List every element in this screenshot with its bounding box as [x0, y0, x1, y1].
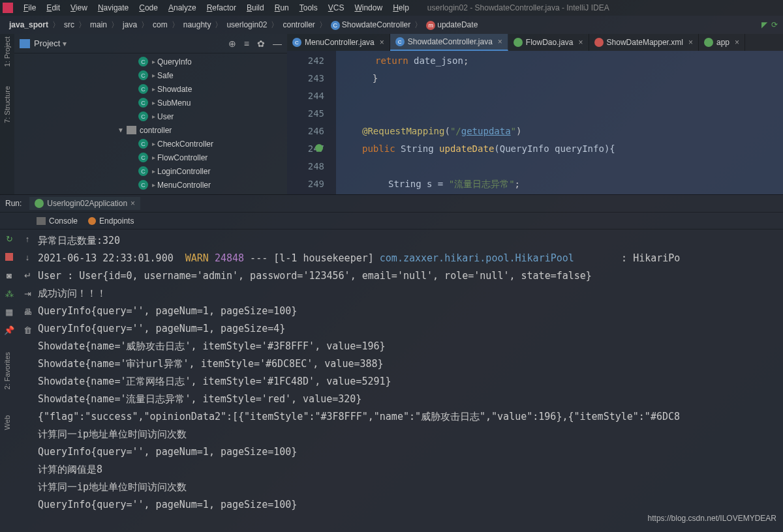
console-line: Showdate{name='威胁攻击日志', itemStyle='#3F8F…	[38, 338, 782, 355]
menu-view[interactable]: View	[65, 2, 93, 14]
spring-icon	[35, 199, 44, 208]
menu-navigate[interactable]: Navigate	[93, 2, 134, 14]
crumb-main[interactable]: main	[86, 19, 111, 31]
tree-class-Safe[interactable]: C▸Safe	[14, 68, 287, 82]
tree-class-LoginController[interactable]: C▸LoginController	[14, 164, 287, 178]
line-243[interactable]: 243	[287, 70, 324, 87]
trash-icon[interactable]: 🗑	[22, 325, 33, 335]
tab-ShowDateMapper.xml[interactable]: ShowDateMapper.xml×	[589, 34, 699, 51]
menu-edit[interactable]: Edit	[41, 2, 65, 14]
down-icon[interactable]: ↓	[22, 252, 33, 262]
run-panel: Run: Userlogin02Application × Console En…	[0, 194, 783, 532]
project-label[interactable]: Project	[34, 38, 60, 48]
wrap-icon[interactable]: ↵	[22, 270, 33, 280]
line-gutter: 242243244245246247248249	[287, 51, 336, 194]
console-line: 2021-06-13 22:33:01.900 WARN 24848 --- […	[38, 250, 782, 267]
tree-class-User[interactable]: C▸User	[14, 110, 287, 123]
crumb-src[interactable]: src	[60, 19, 78, 31]
tree-class-SubMenu[interactable]: C▸SubMenu	[14, 96, 287, 110]
endpoints-icon	[88, 217, 96, 225]
tool-structure[interactable]: 7: Structure	[3, 86, 11, 123]
menu-code[interactable]: Code	[134, 2, 163, 14]
tree-folder-controller[interactable]: ▼controller	[14, 123, 287, 137]
crumb-userlogin02[interactable]: userlogin02	[223, 19, 271, 31]
gutter-mark-icon	[315, 144, 323, 152]
tree-class-Showdate[interactable]: C▸Showdate	[14, 82, 287, 96]
bug-icon[interactable]: ⁂	[4, 288, 14, 299]
menu-tools[interactable]: Tools	[294, 2, 323, 14]
line-245[interactable]: 245	[287, 105, 324, 123]
run-config-tab[interactable]: Userlogin02Application ×	[29, 197, 140, 210]
locate-icon[interactable]: ⊕	[228, 38, 236, 49]
line-246[interactable]: 246	[287, 123, 324, 140]
menu-window[interactable]: Window	[349, 2, 388, 14]
tree-class-MenuController[interactable]: C▸MenuController	[14, 178, 287, 192]
console-line: QueryInfo{query='', pageNum=1, pageSize=…	[38, 496, 782, 514]
stop-icon[interactable]	[4, 252, 14, 262]
crumb-java[interactable]: java	[119, 19, 141, 31]
watermark: https://blog.csdn.net/ILOVEMYDEAR	[648, 514, 776, 523]
menu-help[interactable]: Help	[388, 2, 414, 14]
console-line: {"flag":"success","opinionData2":[{"item…	[38, 408, 782, 426]
camera-icon[interactable]: ◙	[4, 270, 14, 280]
menu-file[interactable]: File	[18, 2, 41, 14]
tab-console[interactable]: Console	[37, 216, 78, 226]
tool-project[interactable]: 1: Project	[3, 37, 11, 66]
collapse-icon[interactable]: —	[273, 38, 282, 49]
tab-MenuController.java[interactable]: CMenuController.java×	[287, 34, 390, 51]
line-247[interactable]: 247	[287, 140, 324, 158]
scroll-icon[interactable]: ⇥	[22, 288, 33, 299]
code-content[interactable]: return date_json; } @RequestMapping("/ge…	[336, 51, 783, 194]
tree-class-CheckController[interactable]: C▸CheckController	[14, 137, 287, 151]
menu-run[interactable]: Run	[269, 2, 294, 14]
console-line: User : User{id=0, username='admin', pass…	[38, 267, 782, 285]
layout-icon[interactable]: ▦	[4, 306, 14, 317]
line-249[interactable]: 249	[287, 175, 324, 193]
rerun-icon[interactable]: ↻	[4, 233, 14, 244]
window-title: userlogin02 - ShowdateController.java - …	[427, 3, 609, 12]
console-line: 成功访问！！！	[38, 285, 782, 303]
pin-icon[interactable]: 📌	[4, 325, 14, 335]
crumb-java_sport[interactable]: java_sport	[5, 19, 52, 31]
crumb-com[interactable]: com	[149, 19, 172, 31]
run-app-name: Userlogin02Application	[47, 199, 127, 208]
expand-icon[interactable]: ≡	[244, 38, 249, 49]
left-tool-strip: 1: Project 7: Structure	[0, 34, 14, 194]
run-label: Run:	[5, 199, 22, 208]
close-icon[interactable]: ×	[130, 199, 135, 208]
console-line: Showdate{name='正常网络日志', itemStyle='#1FC4…	[38, 373, 782, 391]
menu-refactor[interactable]: Refactor	[202, 2, 241, 14]
console-line: QueryInfo{query='', pageNum=1, pageSize=…	[38, 443, 782, 461]
tool-favorites[interactable]: 2: Favorites	[3, 352, 11, 389]
code-area[interactable]: 242243244245246247248249 return date_jso…	[287, 51, 783, 194]
tab-app[interactable]: app×	[699, 34, 745, 51]
run-sub-tabs: Console Endpoints	[0, 213, 783, 229]
crumb-ShowdateController[interactable]: CShowdateController	[327, 19, 414, 31]
toolbar-extra-icon[interactable]: ⟳	[771, 20, 778, 29]
line-248[interactable]: 248	[287, 158, 324, 175]
console-line: QueryInfo{query='', pageNum=1, pageSize=…	[38, 320, 782, 338]
crumb-controller[interactable]: controller	[279, 19, 318, 31]
tool-web[interactable]: Web	[3, 415, 11, 430]
run-header: Run: Userlogin02Application ×	[0, 194, 783, 213]
crumb-naughty[interactable]: naughty	[179, 19, 215, 31]
tab-FlowDao.java[interactable]: FlowDao.java×	[508, 34, 589, 51]
crumb-updateDate[interactable]: mupdateDate	[422, 19, 482, 31]
menu-analyze[interactable]: Analyze	[163, 2, 202, 14]
line-242[interactable]: 242	[287, 52, 324, 70]
chevron-down-icon[interactable]: ▾	[63, 39, 67, 48]
project-icon	[20, 39, 30, 48]
up-icon[interactable]: ↑	[22, 233, 33, 244]
run-icon[interactable]: ◤	[761, 20, 767, 29]
print-icon[interactable]: 🖶	[22, 306, 33, 317]
tree-class-FlowController[interactable]: C▸FlowController	[14, 151, 287, 164]
gear-icon[interactable]: ✿	[257, 38, 265, 49]
project-header: Project ▾ ⊕ ≡ ✿ —	[14, 34, 287, 53]
menu-vcs[interactable]: VCS	[323, 2, 350, 14]
menu-build[interactable]: Build	[241, 2, 269, 14]
tab-ShowdateController.java[interactable]: CShowdateController.java×	[390, 34, 508, 51]
line-244[interactable]: 244	[287, 87, 324, 105]
tree-class-QueryInfo[interactable]: C▸QueryInfo	[14, 55, 287, 68]
tab-endpoints[interactable]: Endpoints	[88, 216, 134, 226]
console-output[interactable]: 异常日志数量:3202021-06-13 22:33:01.900 WARN 2…	[37, 229, 783, 532]
